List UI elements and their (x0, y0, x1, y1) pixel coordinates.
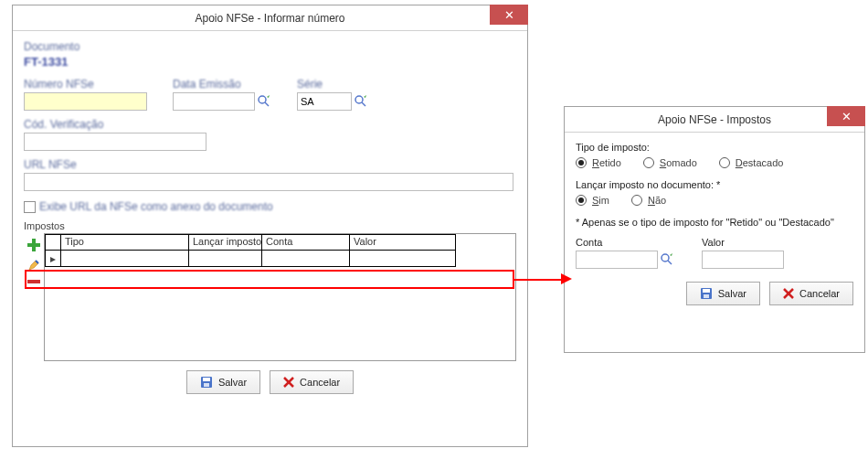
main-titlebar: Apoio NFSe - Informar número ✕ (13, 5, 527, 31)
svg-rect-5 (27, 243, 40, 247)
main-title: Apoio NFSe - Informar número (195, 12, 344, 25)
conta-label: Conta (576, 237, 674, 248)
data-label: Data Emissão (173, 78, 271, 91)
save-button[interactable]: Salvar (186, 370, 260, 394)
svg-rect-16 (704, 294, 709, 298)
sub-titlebar: Apoio NFSe - Impostos ✕ (565, 107, 864, 133)
serie-input[interactable] (297, 92, 352, 111)
edit-icon[interactable] (27, 259, 40, 272)
search-icon[interactable] (257, 94, 271, 109)
sub-close-button[interactable]: ✕ (827, 106, 865, 126)
url-label: URL NFSe (24, 158, 516, 171)
plus-icon[interactable] (27, 239, 40, 251)
svg-rect-9 (204, 383, 209, 387)
sub-body: Tipo de imposto: Retido Somado Destacado… (565, 133, 864, 316)
radio-destacado[interactable]: Destacado (719, 157, 784, 168)
close-icon: ✕ (504, 8, 514, 22)
minus-icon[interactable] (27, 279, 40, 284)
grid-cell[interactable] (189, 251, 262, 267)
grid-header-lancar: Lançar imposto (189, 234, 262, 251)
radio-somado[interactable]: Somado (643, 157, 697, 168)
sub-save-button[interactable]: Salvar (686, 282, 760, 305)
radio-icon (631, 195, 642, 206)
grid-header-valor: Valor (350, 234, 456, 251)
radio-icon (719, 157, 730, 168)
radio-sim[interactable]: Sim (576, 195, 609, 206)
documento-label: Documento (24, 40, 516, 53)
svg-point-12 (662, 254, 669, 262)
cancel-icon (283, 377, 294, 388)
main-window: Apoio NFSe - Informar número ✕ Documento… (12, 5, 528, 447)
sub-title: Apoio NFSe - Impostos (658, 113, 771, 126)
svg-rect-6 (27, 280, 40, 283)
grid-header-conta: Conta (262, 234, 350, 251)
main-close-button[interactable]: ✕ (490, 5, 528, 25)
svg-line-3 (362, 102, 365, 106)
radio-nao[interactable]: Não (631, 195, 666, 206)
main-body: Documento FT-1331 Número NFSe Data Emiss… (13, 31, 527, 405)
sub-save-label: Salvar (718, 288, 746, 299)
close-icon: ✕ (842, 110, 852, 123)
lancar-label: Lançar imposto no documento: * (576, 179, 853, 190)
svg-rect-8 (203, 378, 210, 381)
search-icon[interactable] (660, 252, 674, 267)
search-icon[interactable] (354, 94, 368, 109)
radio-icon (576, 157, 587, 168)
impostos-grid[interactable]: Tipo Lançar imposto Conta Valor ▸ (44, 233, 516, 361)
save-icon (700, 287, 713, 300)
svg-line-1 (265, 102, 269, 106)
grid-header-tipo: Tipo (61, 234, 189, 251)
data-input[interactable] (173, 92, 255, 111)
valor-input[interactable] (702, 251, 784, 269)
svg-point-2 (355, 96, 363, 103)
grid-cell[interactable] (350, 251, 456, 267)
radio-retido[interactable]: Retido (576, 157, 621, 168)
anexo-checkbox[interactable] (24, 201, 36, 213)
grid-row-selector[interactable]: ▸ (45, 251, 61, 267)
cancel-button[interactable]: Cancelar (270, 370, 354, 394)
tipo-label: Tipo de imposto: (576, 142, 853, 153)
url-input[interactable] (24, 173, 513, 191)
conta-input[interactable] (576, 251, 658, 269)
radio-icon (643, 157, 654, 168)
anexo-label: Exibe URL da NFSe como anexo do document… (39, 200, 273, 213)
sub-window: Apoio NFSe - Impostos ✕ Tipo de imposto:… (564, 106, 865, 353)
sub-cancel-button[interactable]: Cancelar (769, 282, 853, 305)
cancel-icon (783, 288, 794, 299)
svg-rect-15 (703, 289, 710, 293)
grid-title: Impostos (24, 220, 516, 231)
sub-cancel-label: Cancelar (799, 288, 840, 299)
grid-cell[interactable] (262, 251, 350, 267)
svg-line-13 (668, 261, 672, 264)
documento-value: FT-1331 (24, 55, 68, 69)
serie-label: Série (297, 78, 368, 91)
save-icon (200, 376, 213, 389)
note-text: * Apenas se o tipo de imposto for "Retid… (576, 217, 853, 228)
codverif-label: Cód. Verificação (24, 118, 516, 131)
grid-cell[interactable] (61, 251, 189, 267)
numero-label: Número NFSe (24, 78, 147, 91)
radio-icon (576, 195, 587, 206)
numero-input[interactable] (24, 92, 147, 111)
svg-point-0 (259, 96, 266, 103)
codverif-input[interactable] (24, 133, 206, 151)
save-label: Salvar (218, 377, 247, 388)
cancel-label: Cancelar (300, 377, 340, 388)
valor-label: Valor (702, 237, 784, 248)
